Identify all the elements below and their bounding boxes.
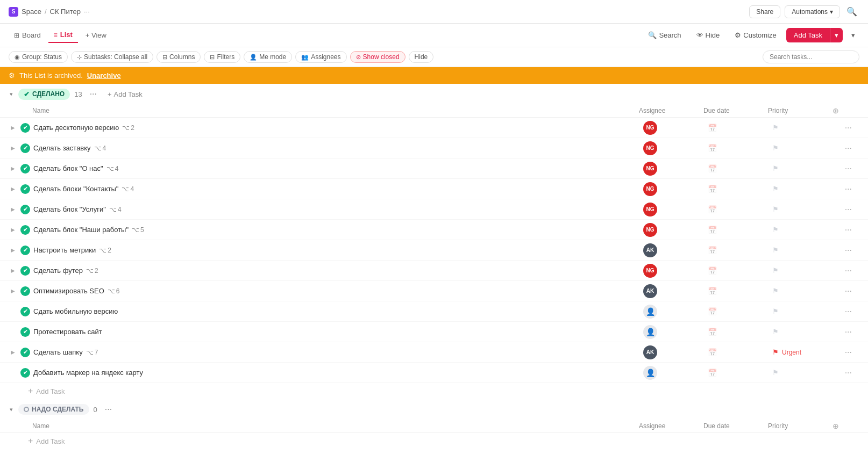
task-expand-button[interactable]: ▶: [9, 206, 17, 212]
priority-flag-icon[interactable]: ⚑: [772, 246, 779, 254]
calendar-icon[interactable]: 📅: [708, 164, 717, 173]
task-expand-button[interactable]: ▶: [9, 268, 17, 273]
subtask-count[interactable]: ⌥ 2: [122, 124, 134, 132]
task-avatar[interactable]: NG: [643, 162, 657, 176]
calendar-icon[interactable]: 📅: [708, 307, 717, 316]
priority-flag-icon[interactable]: ⚑: [772, 164, 779, 172]
pill-show-closed[interactable]: ⊘ Show closed: [350, 51, 405, 63]
subtask-count[interactable]: ⌥ 4: [106, 165, 119, 172]
group-todo-more[interactable]: ···: [102, 403, 115, 415]
hide-button[interactable]: 👁 Hide: [691, 28, 725, 42]
task-name-text[interactable]: Сделать заставку⌥ 4: [33, 144, 106, 152]
task-name-text[interactable]: Сдать мобильную версию: [33, 307, 118, 315]
group-done-toggle[interactable]: ▾: [9, 90, 14, 99]
share-button[interactable]: Share: [749, 5, 780, 18]
task-avatar[interactable]: AK: [643, 345, 657, 359]
subtask-count[interactable]: ⌥ 2: [99, 247, 111, 254]
task-expand-button[interactable]: ▶: [9, 125, 17, 131]
task-expand-button[interactable]: ▶: [9, 227, 17, 233]
calendar-icon[interactable]: 📅: [708, 185, 717, 193]
task-name-text[interactable]: Настроить метрики⌥ 2: [33, 246, 111, 254]
unarchive-link[interactable]: Unarchive: [87, 71, 121, 80]
search-tasks-input[interactable]: [763, 50, 859, 63]
task-name-text[interactable]: Сделать шапку⌥ 7: [33, 348, 98, 356]
pill-columns[interactable]: ⊟ Columns: [156, 51, 201, 63]
task-more-button[interactable]: ···: [842, 326, 855, 338]
task-expand-button[interactable]: ▶: [9, 349, 17, 355]
task-name-text[interactable]: Добавить маркер на яндекс карту: [33, 369, 143, 377]
tab-list[interactable]: ≡ List: [48, 27, 78, 43]
col-add-button-todo[interactable]: ⊕: [833, 422, 839, 430]
task-more-button[interactable]: ···: [842, 244, 855, 256]
priority-flag-icon[interactable]: ⚑: [772, 266, 779, 275]
priority-flag-icon[interactable]: ⚑: [772, 124, 779, 132]
add-task-dropdown-button[interactable]: ▾: [830, 28, 843, 42]
calendar-icon[interactable]: 📅: [708, 287, 717, 295]
calendar-icon[interactable]: 📅: [708, 226, 717, 234]
tab-board[interactable]: ⊞ Board: [9, 28, 46, 42]
subtask-count[interactable]: ⌥ 6: [108, 287, 120, 295]
calendar-icon[interactable]: 📅: [708, 246, 717, 255]
priority-flag-icon[interactable]: ⚑: [772, 348, 779, 356]
tab-add-view[interactable]: + View: [80, 28, 112, 42]
task-avatar[interactable]: 👤: [643, 325, 657, 339]
group-todo-toggle[interactable]: ▾: [9, 405, 14, 414]
task-more-button[interactable]: ···: [842, 285, 855, 297]
task-name-text[interactable]: Сделать блок "О нас"⌥ 4: [33, 164, 118, 172]
task-expand-button[interactable]: ▶: [9, 145, 17, 151]
task-expand-button[interactable]: ▶: [9, 288, 17, 294]
add-task-row-todo[interactable]: + Add Task: [0, 433, 868, 449]
project-name[interactable]: СК Питер: [50, 8, 81, 16]
task-more-button[interactable]: ···: [842, 347, 855, 358]
subtask-count[interactable]: ⌥ 4: [94, 145, 106, 152]
task-more-button[interactable]: ···: [842, 306, 855, 318]
task-name-text[interactable]: Сделать блоки "Контакты"⌥ 4: [33, 185, 134, 193]
subtask-count[interactable]: ⌥ 5: [132, 226, 144, 234]
priority-flag-icon[interactable]: ⚑: [772, 144, 779, 152]
task-avatar[interactable]: AK: [643, 284, 657, 298]
priority-flag-icon[interactable]: ⚑: [772, 287, 779, 295]
subtask-count[interactable]: ⌥ 4: [122, 185, 134, 193]
task-avatar[interactable]: 👤: [643, 305, 657, 319]
task-more-button[interactable]: ···: [842, 183, 855, 195]
task-more-button[interactable]: ···: [842, 367, 855, 379]
calendar-icon[interactable]: 📅: [708, 266, 717, 275]
priority-flag-icon[interactable]: ⚑: [772, 185, 779, 193]
priority-flag-icon[interactable]: ⚑: [772, 226, 779, 234]
task-avatar[interactable]: NG: [643, 203, 657, 217]
task-more-button[interactable]: ···: [842, 163, 855, 175]
pill-group-status[interactable]: ◉ Group: Status: [9, 51, 68, 63]
pill-hide[interactable]: Hide: [409, 51, 434, 63]
col-add-button[interactable]: ⊕: [833, 106, 839, 115]
task-avatar[interactable]: NG: [643, 264, 657, 278]
customize-button[interactable]: ⚙ Customize: [729, 28, 781, 42]
pill-me-mode[interactable]: 👤 Me mode: [244, 51, 292, 63]
task-avatar[interactable]: AK: [643, 243, 657, 257]
group-done-add-task[interactable]: + Add Task: [104, 89, 146, 99]
task-name-text[interactable]: Сделать блок "Наши работы"⌥ 5: [33, 226, 144, 234]
task-name-text[interactable]: Сделать блок "Услуги"⌥ 4: [33, 205, 122, 213]
task-avatar[interactable]: 👤: [643, 366, 657, 380]
automations-button[interactable]: Automations ▾: [785, 5, 840, 18]
subtask-count[interactable]: ⌥ 4: [109, 206, 122, 213]
task-avatar[interactable]: NG: [643, 141, 657, 155]
priority-flag-icon[interactable]: ⚑: [772, 369, 779, 377]
pill-assignees[interactable]: 👥 Assignees: [295, 51, 346, 63]
subtask-count[interactable]: ⌥ 7: [86, 349, 98, 356]
priority-flag-icon[interactable]: ⚑: [772, 328, 779, 336]
priority-flag-icon[interactable]: ⚑: [772, 205, 779, 213]
add-task-button[interactable]: Add Task: [786, 28, 830, 42]
task-more-button[interactable]: ···: [842, 122, 855, 134]
calendar-icon[interactable]: 📅: [708, 205, 717, 214]
task-more-button[interactable]: ···: [842, 224, 855, 236]
task-avatar[interactable]: NG: [643, 223, 657, 237]
task-name-text[interactable]: Оптимизировать SEO⌥ 6: [33, 287, 119, 295]
task-more-button[interactable]: ···: [842, 142, 855, 154]
search-button[interactable]: 🔍 Search: [643, 28, 686, 42]
top-search-icon[interactable]: 🔍: [844, 4, 859, 19]
subtask-count[interactable]: ⌥ 2: [86, 267, 98, 275]
calendar-icon[interactable]: 📅: [708, 124, 717, 132]
task-more-button[interactable]: ···: [842, 204, 855, 215]
task-name-text[interactable]: Сдать десктопную версию⌥ 2: [33, 124, 134, 132]
pill-filters[interactable]: ⊟ Filters: [204, 51, 240, 63]
